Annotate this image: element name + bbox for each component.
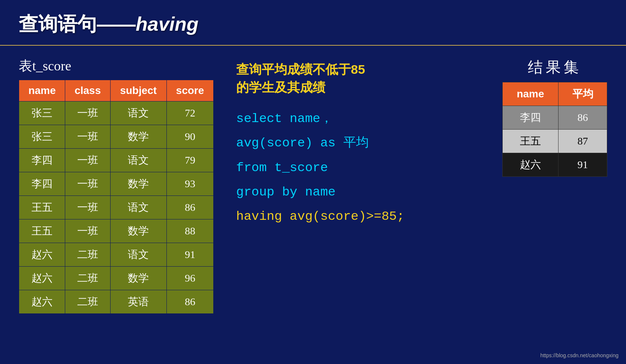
table-cell-4-3: 86 <box>166 196 213 219</box>
table-cell-8-0: 赵六 <box>19 290 65 314</box>
result-section: 结果集 name 平均 李四 86 王五 87 赵六 91 <box>502 57 607 177</box>
table-cell-7-1: 二班 <box>65 267 110 290</box>
table-cell-3-1: 一班 <box>65 172 110 196</box>
table-cell-8-2: 英语 <box>110 290 166 314</box>
table-cell-3-2: 数学 <box>110 172 166 196</box>
table-cell-2-3: 79 <box>166 149 213 172</box>
title-keyword: having <box>136 13 199 35</box>
table-header-row: name class subject score <box>19 80 214 101</box>
sql-line-2: avg(score) as 平均 <box>236 132 480 155</box>
result-col-name: name <box>503 82 559 106</box>
result-header-row: name 平均 <box>503 82 607 106</box>
result-row-wangwu: 王五 87 <box>503 130 607 153</box>
table-cell-0-0: 张三 <box>19 101 65 125</box>
table-cell-1-2: 数学 <box>110 125 166 149</box>
table-row: 张三一班数学90 <box>19 125 214 149</box>
col-header-name: name <box>19 80 65 101</box>
table-row: 张三一班语文72 <box>19 101 214 125</box>
title-chinese: 查询语句—— <box>19 13 136 35</box>
page-header: 查询语句——having <box>0 0 626 46</box>
query-description: 查询平均成绩不低于85的学生及其成绩 <box>236 61 480 96</box>
sql-line-5: having avg(score)>=85; <box>236 205 480 228</box>
table-title: 表t_score <box>19 57 214 75</box>
result-cell-zhaoliu-name: 赵六 <box>503 153 559 177</box>
table-row: 王五一班语文86 <box>19 196 214 219</box>
sql-line-3: from t_score <box>236 157 480 179</box>
table-row: 赵六二班数学96 <box>19 267 214 290</box>
table-section: 表t_score name class subject score 张三一班语文… <box>19 57 214 314</box>
table-cell-7-2: 数学 <box>110 267 166 290</box>
table-cell-6-3: 91 <box>166 243 213 267</box>
table-cell-5-2: 数学 <box>110 219 166 243</box>
result-table: name 平均 李四 86 王五 87 赵六 91 <box>502 82 607 177</box>
col-header-subject: subject <box>110 80 166 101</box>
footer-url: https://blog.csdn.net/caohongxing <box>540 352 619 358</box>
col-header-class: class <box>65 80 110 101</box>
table-row: 赵六二班语文91 <box>19 243 214 267</box>
table-cell-6-0: 赵六 <box>19 243 65 267</box>
table-cell-7-0: 赵六 <box>19 267 65 290</box>
result-title: 结果集 <box>502 57 607 78</box>
table-cell-5-3: 88 <box>166 219 213 243</box>
result-cell-wangwu-name: 王五 <box>503 130 559 153</box>
table-cell-8-3: 86 <box>166 290 213 314</box>
result-cell-zhaoliu-avg: 91 <box>559 153 607 177</box>
table-cell-4-0: 王五 <box>19 196 65 219</box>
table-cell-1-1: 一班 <box>65 125 110 149</box>
result-row-zhaoliu: 赵六 91 <box>503 153 607 177</box>
table-cell-0-3: 72 <box>166 101 213 125</box>
table-cell-5-1: 一班 <box>65 219 110 243</box>
result-cell-lisi-name: 李四 <box>503 106 559 130</box>
data-table: name class subject score 张三一班语文72张三一班数学9… <box>19 80 214 314</box>
table-cell-6-1: 二班 <box>65 243 110 267</box>
table-row: 赵六二班英语86 <box>19 290 214 314</box>
table-cell-4-2: 语文 <box>110 196 166 219</box>
result-col-avg: 平均 <box>559 82 607 106</box>
table-cell-5-0: 王五 <box>19 219 65 243</box>
table-cell-2-0: 李四 <box>19 149 65 172</box>
table-row: 李四一班语文79 <box>19 149 214 172</box>
table-cell-4-1: 一班 <box>65 196 110 219</box>
table-cell-1-3: 90 <box>166 125 213 149</box>
table-row: 王五一班数学88 <box>19 219 214 243</box>
sql-section: 查询平均成绩不低于85的学生及其成绩 select name， avg(scor… <box>236 57 480 230</box>
table-cell-1-0: 张三 <box>19 125 65 149</box>
table-cell-2-1: 一班 <box>65 149 110 172</box>
table-cell-7-3: 96 <box>166 267 213 290</box>
page-title: 查询语句——having <box>19 11 607 37</box>
main-content: 表t_score name class subject score 张三一班语文… <box>0 46 626 325</box>
table-cell-8-1: 二班 <box>65 290 110 314</box>
result-cell-lisi-avg: 86 <box>559 106 607 130</box>
sql-line-1: select name， <box>236 107 480 130</box>
sql-code: select name， avg(score) as 平均 from t_sco… <box>236 107 480 228</box>
sql-line-4: group by name <box>236 181 480 204</box>
col-header-score: score <box>166 80 213 101</box>
table-cell-3-0: 李四 <box>19 172 65 196</box>
table-cell-3-3: 93 <box>166 172 213 196</box>
table-cell-0-2: 语文 <box>110 101 166 125</box>
result-cell-wangwu-avg: 87 <box>559 130 607 153</box>
result-row-lisi: 李四 86 <box>503 106 607 130</box>
table-cell-0-1: 一班 <box>65 101 110 125</box>
table-cell-6-2: 语文 <box>110 243 166 267</box>
table-cell-2-2: 语文 <box>110 149 166 172</box>
table-row: 李四一班数学93 <box>19 172 214 196</box>
